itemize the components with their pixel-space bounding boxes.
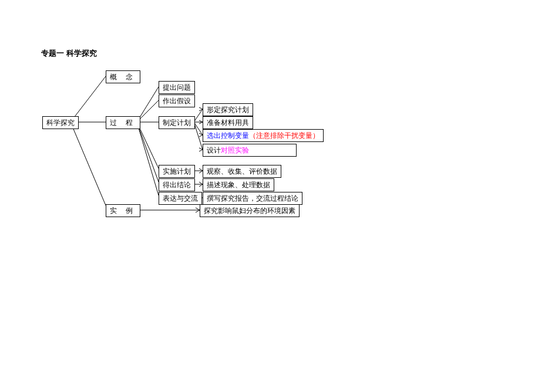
node-question: 提出问题 [159,81,195,94]
text-design-experiment: 对照实验 [221,146,249,154]
text-design-pre: 设计 [207,146,221,154]
node-plan: 制定计划 [159,116,195,129]
node-example: 实 例 [106,204,140,217]
text-control-note: （注意排除干扰变量） [249,131,319,140]
node-plan-sub4: 设计对照实验 [203,144,297,157]
node-concl-detail: 描述现象、处理数据 [203,178,274,191]
node-conclude: 得出结论 [159,178,195,191]
svg-line-12 [194,122,203,150]
svg-line-9 [194,109,203,122]
node-concept: 概 念 [106,70,140,83]
svg-line-11 [194,122,203,135]
node-root: 科学探究 [42,116,79,129]
node-express: 表达与交流 [159,192,202,205]
node-hypothesis: 作出假设 [159,94,195,107]
node-process: 过 程 [106,116,140,129]
node-example-detail: 探究影响鼠妇分布的环境因素 [200,204,300,217]
svg-line-7 [137,122,159,182]
svg-line-0 [70,76,106,122]
node-plan-sub2: 准备材料用具 [203,116,253,129]
svg-line-2 [70,122,106,205]
node-plan-sub3: 选出控制变量（注意排除干扰变量） [203,129,324,142]
node-plan-sub1: 形定探究计划 [203,103,253,116]
node-implement: 实施计划 [159,165,195,178]
page-title: 专题一 科学探究 [41,48,97,59]
text-control-var: 选出控制变量 [207,131,249,140]
node-impl-detail: 观察、收集、评价数据 [203,165,281,178]
node-express-detail: 撰写探究报告，交流过程结论 [203,192,302,205]
svg-line-15 [196,210,200,212]
svg-line-14 [196,208,200,210]
svg-line-8 [137,122,159,195]
